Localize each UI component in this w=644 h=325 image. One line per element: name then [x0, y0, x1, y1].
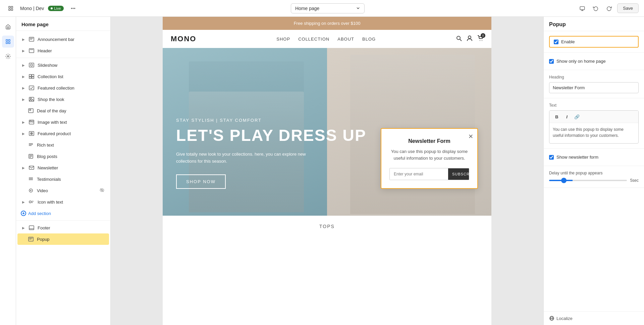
- show-home-section: Show only on home page: [544, 53, 644, 70]
- sidebar-item-collection-list[interactable]: ▶ Collection list: [17, 71, 109, 82]
- sidebar-item-image-with-text[interactable]: ▶ Image with text: [17, 116, 109, 128]
- sidebar-item-featured-product[interactable]: ▶ Featured product: [17, 128, 109, 139]
- enable-label[interactable]: Enable: [561, 39, 575, 44]
- sidebar-item-slideshow[interactable]: ▶ Slideshow: [17, 59, 109, 71]
- italic-button[interactable]: I: [562, 113, 572, 121]
- sidebar-item-rich-text[interactable]: Rich text: [17, 139, 109, 151]
- right-panel: Popup Enable Show only on home page Head…: [543, 17, 644, 325]
- svg-rect-10: [6, 40, 8, 41]
- popup-email-input[interactable]: [390, 168, 448, 180]
- sidebar-item-popup[interactable]: Popup: [17, 233, 109, 245]
- sidebar-item-label: Featured collection: [38, 86, 74, 91]
- enable-checkbox[interactable]: [554, 40, 558, 44]
- nav-link-shop[interactable]: SHOP: [276, 37, 290, 42]
- link-button[interactable]: 🔗: [572, 113, 582, 121]
- sidebar-item-header[interactable]: ▶ Header: [17, 45, 109, 56]
- bold-button[interactable]: B: [552, 113, 561, 121]
- live-badge: Live: [48, 6, 63, 11]
- announcement-text: Free shipping on orders over $100: [294, 21, 361, 26]
- delay-section: Delay until the popup appears 5sec: [544, 166, 644, 188]
- device-icon[interactable]: [577, 3, 588, 14]
- svg-point-21: [31, 64, 33, 66]
- pages-icon[interactable]: [5, 3, 16, 14]
- hero-cta-button[interactable]: SHOP NOW: [176, 174, 226, 189]
- sidebar-item-label: Announcement bar: [38, 37, 74, 42]
- show-home-label[interactable]: Show only on home page: [556, 59, 606, 64]
- nav-link-collection[interactable]: COLLECTION: [298, 37, 329, 42]
- sidebar-item-label: Shop the look: [38, 97, 64, 102]
- section-icon-icon-with-text: [28, 199, 35, 205]
- sidebar-item-label: Popup: [37, 237, 50, 242]
- preview-frame: Free shipping on orders over $100 MONO S…: [163, 17, 491, 325]
- svg-point-37: [31, 133, 32, 134]
- tops-label: TOPS: [171, 224, 483, 229]
- popup-overlay: ✕ Newsletter Form You can use this popup…: [381, 128, 478, 189]
- redo-button[interactable]: [604, 3, 614, 14]
- svg-rect-22: [29, 74, 31, 76]
- search-icon[interactable]: [456, 35, 462, 43]
- show-home-checkbox[interactable]: [549, 59, 554, 64]
- svg-rect-7: [580, 6, 585, 9]
- main-layout: Home page ▶ Announcement bar ▶ Header: [0, 17, 644, 325]
- svg-point-28: [30, 98, 32, 99]
- more-options-button[interactable]: [68, 3, 78, 14]
- sidebar-item-shop-the-look[interactable]: ▶ Shop the look: [17, 94, 109, 105]
- section-icon-collection: [28, 74, 35, 79]
- sidebar-sections-icon[interactable]: [2, 36, 14, 48]
- show-newsletter-label[interactable]: Show newsletter form: [556, 155, 598, 160]
- app-title: Mono | Dev: [20, 6, 44, 11]
- sidebar-item-footer[interactable]: ▶ Footer: [17, 222, 109, 233]
- hero-subtitle: STAY STYLISH | STAY COMFORT: [176, 118, 366, 123]
- sidebar-item-announcement-bar[interactable]: ▶ Announcement bar: [17, 34, 109, 45]
- hero-section: STAY STYLISH | STAY COMFORT LET'S PLAY D…: [163, 48, 491, 216]
- nav-link-blog[interactable]: BLOG: [362, 37, 376, 42]
- sidebar-item-featured-collection[interactable]: ▶ Featured collection: [17, 82, 109, 94]
- sidebar-item-icon-with-text[interactable]: ▶ Icon with text: [17, 196, 109, 208]
- account-icon[interactable]: [467, 35, 473, 43]
- delay-slider-row: 5sec: [549, 178, 639, 183]
- page-selector[interactable]: Home page: [291, 3, 365, 13]
- text-content[interactable]: You can use this popup to display some u…: [549, 123, 638, 143]
- nav-links: SHOP COLLECTION ABOUT BLOG: [276, 37, 376, 42]
- svg-rect-20: [29, 63, 34, 67]
- sidebar-theme-icon[interactable]: [2, 50, 14, 62]
- visibility-icon[interactable]: [100, 188, 104, 193]
- add-section-button[interactable]: Add section: [16, 208, 110, 219]
- delay-slider[interactable]: [549, 180, 627, 181]
- section-icon-rich-text: [28, 142, 34, 148]
- hero-body: Give totally new look to your collection…: [176, 151, 310, 165]
- popup-text: You can use this popup to display some u…: [389, 148, 469, 161]
- section-icon-blog: [28, 154, 34, 159]
- heading-input[interactable]: [549, 82, 639, 93]
- arrow-icon: ▶: [22, 63, 25, 67]
- delay-label: Delay until the popup appears: [549, 171, 639, 175]
- topbar: Mono | Dev Live Home page Save: [0, 0, 644, 17]
- localize-button[interactable]: Localize: [544, 311, 644, 325]
- sidebar-home-icon[interactable]: [2, 21, 14, 33]
- preview-area: Free shipping on orders over $100 MONO S…: [111, 17, 543, 325]
- popup-box: ✕ Newsletter Form You can use this popup…: [381, 128, 478, 189]
- sidebar-item-video[interactable]: Video: [17, 185, 109, 196]
- show-newsletter-checkbox[interactable]: [549, 155, 554, 160]
- popup-form: SUBSCRIBE: [389, 168, 469, 180]
- live-label: Live: [54, 6, 61, 10]
- announcement-bar-preview: Free shipping on orders over $100: [163, 17, 491, 30]
- sidebar-item-blog-posts[interactable]: Blog posts: [17, 151, 109, 162]
- sidebar-item-newsletter[interactable]: ▶ Newsletter: [17, 162, 109, 173]
- sidebar-item-label: Header: [38, 48, 52, 53]
- enable-section: Enable: [544, 31, 644, 53]
- popup-subscribe-button[interactable]: SUBSCRIBE: [448, 168, 469, 180]
- undo-button[interactable]: [590, 3, 601, 14]
- section-icon-featured-product: [28, 131, 35, 136]
- store-nav: MONO SHOP COLLECTION ABOUT BLOG: [163, 30, 491, 48]
- sidebar-item-deal-of-the-day[interactable]: Deal of the day: [17, 105, 109, 116]
- sidebar-item-label: Image with text: [38, 120, 67, 125]
- left-panel-title: Home page: [16, 17, 110, 31]
- popup-close-button[interactable]: ✕: [468, 133, 473, 140]
- svg-point-4: [71, 8, 72, 9]
- nav-link-about[interactable]: ABOUT: [337, 37, 354, 42]
- section-icon-deal: [28, 108, 34, 113]
- sidebar-item-testimonials[interactable]: Testimonials: [17, 173, 109, 185]
- save-button[interactable]: Save: [617, 3, 639, 13]
- cart-icon[interactable]: 0: [477, 35, 483, 43]
